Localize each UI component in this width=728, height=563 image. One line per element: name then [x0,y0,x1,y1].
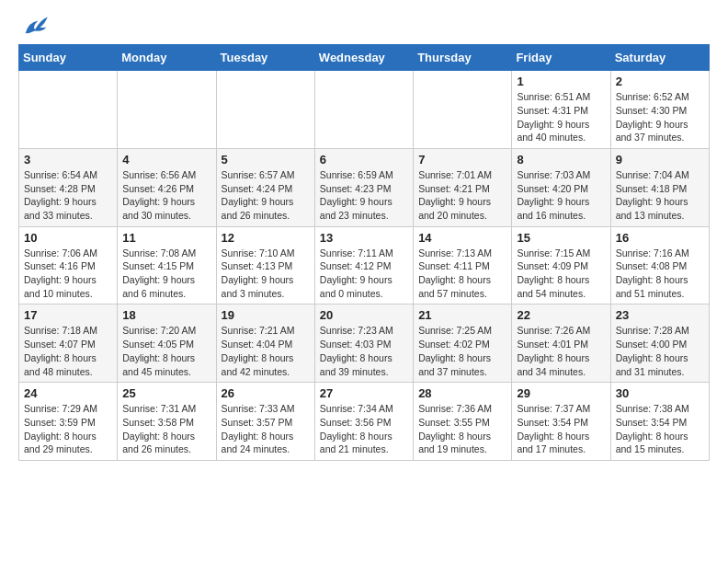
calendar-header-saturday: Saturday [610,45,709,71]
calendar-header-row: SundayMondayTuesdayWednesdayThursdayFrid… [19,45,710,71]
day-info: Sunrise: 7:04 AMSunset: 4:18 PMDaylight:… [616,168,704,223]
calendar-day-28: 28Sunrise: 7:36 AMSunset: 3:55 PMDayligh… [414,383,512,461]
day-info: Sunrise: 7:34 AMSunset: 3:56 PMDaylight:… [320,402,408,456]
calendar-day-22: 22Sunrise: 7:26 AMSunset: 4:01 PMDayligh… [512,304,610,383]
day-number: 14 [418,231,506,245]
calendar-day-29: 29Sunrise: 7:37 AMSunset: 3:54 PMDayligh… [512,383,610,461]
day-info: Sunrise: 7:29 AMSunset: 3:59 PMDaylight:… [24,402,112,456]
day-info: Sunrise: 6:51 AMSunset: 4:31 PMDaylight:… [517,90,605,144]
day-number: 20 [320,308,408,322]
calendar-header-friday: Friday [512,45,610,71]
day-number: 18 [122,308,210,322]
day-info: Sunrise: 7:10 AMSunset: 4:13 PMDaylight:… [222,247,310,301]
calendar-header-tuesday: Tuesday [216,45,314,71]
day-info: Sunrise: 6:57 AMSunset: 4:24 PMDaylight:… [222,168,310,223]
calendar-day-24: 24Sunrise: 7:29 AMSunset: 3:59 PMDayligh… [19,383,118,461]
calendar-table: SundayMondayTuesdayWednesdayThursdayFrid… [18,44,710,461]
calendar-day-19: 19Sunrise: 7:21 AMSunset: 4:04 PMDayligh… [216,304,314,383]
day-info: Sunrise: 7:33 AMSunset: 3:57 PMDaylight:… [222,402,310,456]
calendar-day-21: 21Sunrise: 7:25 AMSunset: 4:02 PMDayligh… [414,304,512,383]
day-info: Sunrise: 7:28 AMSunset: 4:00 PMDaylight:… [616,324,704,378]
calendar-day-20: 20Sunrise: 7:23 AMSunset: 4:03 PMDayligh… [314,304,413,383]
day-info: Sunrise: 7:11 AMSunset: 4:12 PMDaylight:… [320,247,408,301]
day-info: Sunrise: 7:31 AMSunset: 3:58 PMDaylight:… [122,402,210,456]
day-info: Sunrise: 6:52 AMSunset: 4:30 PMDaylight:… [616,90,704,144]
day-number: 12 [222,231,310,245]
calendar-day-15: 15Sunrise: 7:15 AMSunset: 4:09 PMDayligh… [512,226,610,304]
day-info: Sunrise: 7:01 AMSunset: 4:21 PMDaylight:… [418,168,506,223]
day-info: Sunrise: 7:06 AMSunset: 4:16 PMDaylight:… [24,247,112,301]
calendar-day-4: 4Sunrise: 6:56 AMSunset: 4:26 PMDaylight… [118,148,216,226]
day-info: Sunrise: 7:26 AMSunset: 4:01 PMDaylight:… [517,324,605,378]
day-info: Sunrise: 7:21 AMSunset: 4:04 PMDaylight:… [222,324,310,378]
day-info: Sunrise: 7:03 AMSunset: 4:20 PMDaylight:… [517,168,605,223]
calendar-empty-cell [414,71,512,149]
calendar-day-8: 8Sunrise: 7:03 AMSunset: 4:20 PMDaylight… [512,148,610,226]
day-number: 8 [517,153,605,167]
page-header [18,15,710,37]
calendar-day-5: 5Sunrise: 6:57 AMSunset: 4:24 PMDaylight… [216,148,314,226]
calendar-day-16: 16Sunrise: 7:16 AMSunset: 4:08 PMDayligh… [610,226,709,304]
day-number: 30 [616,386,704,400]
calendar-day-9: 9Sunrise: 7:04 AMSunset: 4:18 PMDaylight… [610,148,709,226]
calendar-empty-cell [19,71,118,149]
day-number: 25 [122,386,210,400]
day-number: 21 [418,308,506,322]
day-number: 6 [320,153,408,167]
calendar-day-30: 30Sunrise: 7:38 AMSunset: 3:54 PMDayligh… [610,383,709,461]
calendar-day-10: 10Sunrise: 7:06 AMSunset: 4:16 PMDayligh… [19,226,118,304]
calendar-week-2: 3Sunrise: 6:54 AMSunset: 4:28 PMDaylight… [19,148,710,226]
calendar-empty-cell [216,71,314,149]
day-info: Sunrise: 6:54 AMSunset: 4:28 PMDaylight:… [24,168,112,223]
calendar-header-thursday: Thursday [414,45,512,71]
calendar-day-7: 7Sunrise: 7:01 AMSunset: 4:21 PMDaylight… [414,148,512,226]
day-info: Sunrise: 6:56 AMSunset: 4:26 PMDaylight:… [122,168,210,223]
logo-bird-icon [22,16,48,36]
calendar-week-4: 17Sunrise: 7:18 AMSunset: 4:07 PMDayligh… [19,304,710,383]
calendar-day-25: 25Sunrise: 7:31 AMSunset: 3:58 PMDayligh… [118,383,216,461]
calendar-header-sunday: Sunday [19,45,118,71]
day-number: 9 [616,153,704,167]
day-number: 24 [24,386,112,400]
calendar-day-23: 23Sunrise: 7:28 AMSunset: 4:00 PMDayligh… [610,304,709,383]
calendar-day-27: 27Sunrise: 7:34 AMSunset: 3:56 PMDayligh… [314,383,413,461]
day-info: Sunrise: 7:13 AMSunset: 4:11 PMDaylight:… [418,247,506,301]
calendar-week-1: 1Sunrise: 6:51 AMSunset: 4:31 PMDaylight… [19,71,710,149]
day-number: 3 [24,153,112,167]
calendar-day-26: 26Sunrise: 7:33 AMSunset: 3:57 PMDayligh… [216,383,314,461]
day-number: 26 [222,386,310,400]
logo [18,15,48,37]
day-number: 27 [320,386,408,400]
day-info: Sunrise: 7:36 AMSunset: 3:55 PMDaylight:… [418,402,506,456]
day-number: 4 [122,153,210,167]
day-info: Sunrise: 7:15 AMSunset: 4:09 PMDaylight:… [517,247,605,301]
day-number: 19 [222,308,310,322]
day-number: 15 [517,231,605,245]
day-info: Sunrise: 7:20 AMSunset: 4:05 PMDaylight:… [122,324,210,378]
calendar-day-11: 11Sunrise: 7:08 AMSunset: 4:15 PMDayligh… [118,226,216,304]
day-number: 2 [616,75,704,88]
calendar-week-3: 10Sunrise: 7:06 AMSunset: 4:16 PMDayligh… [19,226,710,304]
calendar-day-14: 14Sunrise: 7:13 AMSunset: 4:11 PMDayligh… [414,226,512,304]
day-number: 23 [616,308,704,322]
day-info: Sunrise: 7:23 AMSunset: 4:03 PMDaylight:… [320,324,408,378]
day-number: 16 [616,231,704,245]
day-number: 13 [320,231,408,245]
calendar-header-wednesday: Wednesday [314,45,413,71]
calendar-empty-cell [314,71,413,149]
day-number: 5 [222,153,310,167]
day-info: Sunrise: 7:37 AMSunset: 3:54 PMDaylight:… [517,402,605,456]
calendar-day-1: 1Sunrise: 6:51 AMSunset: 4:31 PMDaylight… [512,71,610,149]
day-number: 11 [122,231,210,245]
day-number: 29 [517,386,605,400]
calendar-day-3: 3Sunrise: 6:54 AMSunset: 4:28 PMDaylight… [19,148,118,226]
day-info: Sunrise: 7:25 AMSunset: 4:02 PMDaylight:… [418,324,506,378]
day-number: 1 [517,75,605,88]
calendar-week-5: 24Sunrise: 7:29 AMSunset: 3:59 PMDayligh… [19,383,710,461]
calendar-header-monday: Monday [118,45,216,71]
day-number: 28 [418,386,506,400]
calendar-day-17: 17Sunrise: 7:18 AMSunset: 4:07 PMDayligh… [19,304,118,383]
calendar-day-6: 6Sunrise: 6:59 AMSunset: 4:23 PMDaylight… [314,148,413,226]
calendar-day-12: 12Sunrise: 7:10 AMSunset: 4:13 PMDayligh… [216,226,314,304]
day-info: Sunrise: 7:16 AMSunset: 4:08 PMDaylight:… [616,247,704,301]
